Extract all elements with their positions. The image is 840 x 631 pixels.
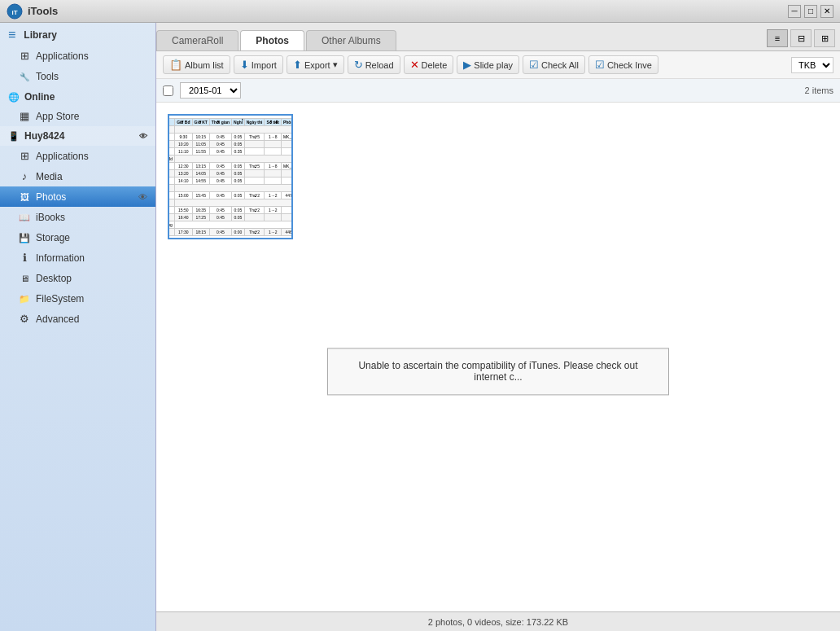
- export-dropdown-arrow: ▾: [333, 59, 338, 70]
- sidebar-item-filesystem[interactable]: FileSystem: [0, 288, 155, 309]
- sidebar-applications-lib-label: Applications: [36, 50, 89, 62]
- eye-icon[interactable]: 👁: [139, 132, 147, 141]
- view-controls: ≡ ⊟ ⊞: [762, 26, 840, 50]
- sidebar-applications-dev-label: Applications: [36, 151, 89, 162]
- tkb-select[interactable]: TKB: [791, 57, 833, 73]
- sidebar-desktop-label: Desktop: [36, 273, 72, 284]
- tab-other-albums[interactable]: Other Albums: [306, 30, 396, 50]
- select-all-checkbox[interactable]: [163, 85, 173, 96]
- export-icon: ⬆: [293, 59, 302, 71]
- photo-item[interactable]: Giờ BđGiờ KTThời gianNghỉNgày thiSố tiết…: [168, 114, 293, 239]
- export-button[interactable]: ⬆ Export ▾: [287, 55, 344, 74]
- filesystem-icon: [18, 292, 31, 305]
- reload-icon: ↻: [354, 59, 363, 71]
- minimize-button[interactable]: ─: [788, 5, 801, 18]
- device-icon: [8, 130, 20, 142]
- alert-message: Unable to ascertain the compatibility of…: [358, 360, 637, 383]
- list-view-button[interactable]: ≡: [767, 29, 788, 47]
- app-title: iTools: [28, 5, 58, 17]
- sidebar-item-applications-lib[interactable]: Applications: [0, 46, 155, 66]
- import-button[interactable]: ⬇ Import: [234, 55, 283, 74]
- status-text: 2 photos, 0 videos, size: 173.22 KB: [428, 617, 568, 627]
- album-list-button[interactable]: 📋 Album list: [163, 55, 230, 74]
- sidebar-online-label: Online: [24, 91, 55, 103]
- tile-view-button[interactable]: ⊞: [814, 29, 835, 47]
- status-bar: 2 photos, 0 videos, size: 173.22 KB: [156, 611, 840, 631]
- photo-grid[interactable]: Giờ BđGiờ KTThời gianNghỉNgày thiSố tiết…: [156, 103, 840, 611]
- sidebar-item-ibooks[interactable]: iBooks: [0, 207, 155, 227]
- desktop-icon: [18, 272, 31, 284]
- sidebar-item-media[interactable]: Media: [0, 166, 155, 186]
- sidebar-item-desktop[interactable]: Desktop: [0, 268, 155, 288]
- slide-play-button[interactable]: ▶ Slide play: [457, 55, 519, 74]
- tab-camera-roll[interactable]: CameraRoll: [156, 30, 238, 50]
- sidebar-item-information[interactable]: Information: [0, 248, 155, 268]
- apps-icon: [18, 150, 31, 162]
- grid-view-button[interactable]: ⊟: [790, 29, 812, 47]
- check-inve-icon: ☑: [595, 59, 605, 71]
- check-inve-button[interactable]: ☑ Check Inve: [588, 55, 658, 74]
- library-icon: ≡: [8, 28, 15, 42]
- sidebar-item-advanced[interactable]: Advanced: [0, 309, 155, 329]
- sidebar-app-store-label: App Store: [36, 111, 79, 122]
- sidebar-storage-label: Storage: [36, 232, 70, 243]
- sidebar: ≡ Library Applications Tools Online App …: [0, 23, 156, 631]
- sidebar-information-label: Information: [36, 252, 85, 264]
- grid-icon: [18, 50, 31, 62]
- photo-thumbnail: Giờ BđGiờ KTThời gianNghỉNgày thiSố tiết…: [169, 116, 291, 238]
- check-all-button[interactable]: ☑ Check All: [523, 55, 585, 74]
- app-logo: iT: [7, 3, 23, 20]
- import-icon: ⬇: [240, 59, 249, 71]
- delete-icon: ✕: [410, 59, 419, 71]
- sidebar-photos-label: Photos: [36, 191, 66, 203]
- sidebar-ibooks-label: iBooks: [36, 212, 65, 223]
- svg-text:iT: iT: [11, 9, 17, 16]
- close-button[interactable]: ✕: [820, 5, 833, 18]
- item-count: 2 items: [805, 85, 833, 95]
- window-controls: ─ □ ✕: [788, 5, 833, 18]
- sidebar-advanced-label: Advanced: [36, 313, 79, 325]
- date-select[interactable]: 2015-01: [180, 82, 241, 99]
- album-list-icon: 📋: [169, 59, 182, 71]
- advanced-icon: [18, 313, 31, 325]
- schedule-table: Giờ BđGiờ KTThời gianNghỉNgày thiSố tiết…: [169, 118, 291, 236]
- maximize-button[interactable]: □: [804, 5, 817, 18]
- toolbar-right: TKB: [791, 57, 833, 73]
- content-area: CameraRoll Photos Other Albums ≡ ⊟ ⊞ 📋 A…: [156, 23, 840, 631]
- sidebar-item-photos[interactable]: Photos 👁: [0, 186, 155, 207]
- tools-icon: [18, 70, 31, 82]
- online-icon: [8, 91, 20, 103]
- filter-bar: 2015-01 2 items: [156, 79, 840, 103]
- check-all-icon: ☑: [529, 59, 539, 71]
- info-icon: [18, 252, 31, 264]
- sidebar-media-label: Media: [36, 171, 63, 182]
- main-layout: ≡ Library Applications Tools Online App …: [0, 23, 840, 631]
- sidebar-library-label: Library: [24, 29, 57, 41]
- app-store-icon: [18, 110, 31, 122]
- sidebar-section-online: Online: [0, 86, 155, 106]
- sidebar-item-storage[interactable]: Storage: [0, 227, 155, 248]
- sidebar-filesystem-label: FileSystem: [36, 293, 84, 305]
- slide-play-icon: ▶: [463, 59, 471, 71]
- toolbar: 📋 Album list ⬇ Import ⬆ Export ▾ ↻ Reloa…: [156, 51, 840, 79]
- sidebar-device-header[interactable]: Huy8424 👁: [0, 126, 155, 146]
- alert-box: Unable to ascertain the compatibility of…: [327, 348, 669, 395]
- sidebar-device-label: Huy8424: [24, 130, 64, 142]
- photos-icon: [18, 191, 31, 203]
- storage-icon: [18, 231, 31, 243]
- photos-eye-icon[interactable]: 👁: [138, 192, 147, 202]
- tab-photos[interactable]: Photos: [240, 30, 304, 50]
- books-icon: [18, 211, 31, 223]
- media-icon: [18, 170, 31, 182]
- sidebar-item-tools[interactable]: Tools: [0, 66, 155, 86]
- tab-bar: CameraRoll Photos Other Albums ≡ ⊟ ⊞: [156, 23, 840, 51]
- sidebar-section-library: ≡ Library: [0, 23, 155, 46]
- sidebar-tools-label: Tools: [36, 71, 59, 82]
- delete-button[interactable]: ✕ Delete: [404, 55, 454, 74]
- reload-button[interactable]: ↻ Reload: [348, 55, 400, 74]
- sidebar-item-app-store[interactable]: App Store: [0, 106, 155, 126]
- sidebar-item-applications-dev[interactable]: Applications: [0, 146, 155, 166]
- title-bar: iT iTools ─ □ ✕: [0, 0, 840, 23]
